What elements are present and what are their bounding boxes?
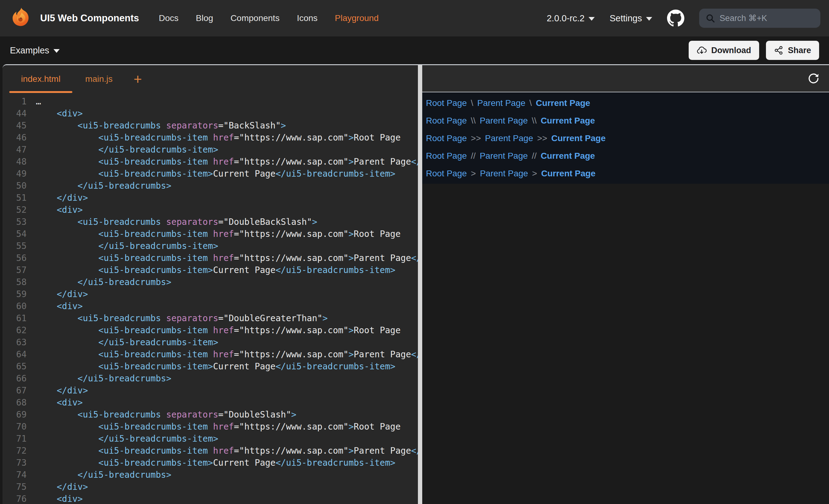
breadcrumb-current: Current Page [551, 133, 606, 143]
code-line-content: <ui5-breadcrumbs separators="DoubleBackS… [27, 216, 317, 228]
code-line: 63 </ui5-breadcrumbs-item> [2, 336, 418, 348]
settings-menu[interactable]: Settings [610, 13, 652, 24]
line-number: 72 [2, 445, 27, 457]
line-number: 66 [2, 373, 27, 385]
code-line-content: <div> [27, 396, 83, 409]
line-number: 47 [2, 144, 27, 156]
code-line: 61 <ui5-breadcrumbs separators="DoubleGr… [2, 312, 418, 324]
code-line: 55 </ui5-breadcrumbs-item> [2, 240, 418, 252]
code-line: 72 <ui5-breadcrumbs-item href="https://w… [2, 445, 418, 457]
code-line: 52 <div> [2, 204, 418, 216]
code-line-content: </ui5-breadcrumbs> [27, 180, 171, 192]
tab-strip: index.htmlmain.js [9, 65, 125, 93]
breadcrumb: Root Page\Parent Page\Current Page [426, 94, 829, 112]
search-box[interactable] [699, 9, 820, 28]
nav-item-components[interactable]: Components [230, 13, 280, 23]
code-line-content: </ui5-breadcrumbs-item> [27, 336, 218, 348]
breadcrumb-link[interactable]: Parent Page [480, 116, 528, 126]
breadcrumb: Root Page>Parent Page>Current Page [426, 165, 829, 182]
search-icon [706, 13, 715, 23]
pane-resizer-handle[interactable] [418, 65, 422, 504]
breadcrumb-link[interactable]: Parent Page [480, 169, 528, 179]
line-number: 69 [2, 409, 27, 421]
chevron-down-icon [588, 17, 595, 21]
breadcrumb-link[interactable]: Root Page [426, 98, 467, 108]
code-line: 58 </ui5-breadcrumbs> [2, 276, 418, 288]
code-line: 65 <ui5-breadcrumbs-item>Current Page</u… [2, 360, 418, 373]
breadcrumb-link[interactable]: Root Page [426, 151, 467, 161]
breadcrumb-separator: \ [530, 98, 532, 108]
tab-index-html[interactable]: index.html [9, 65, 73, 93]
code-line-content: </ui5-breadcrumbs> [27, 469, 171, 481]
nav-item-icons[interactable]: Icons [297, 13, 318, 23]
code-line-content: <ui5-breadcrumbs separators="DoubleSlash… [27, 409, 296, 421]
line-number: 53 [2, 216, 27, 228]
share-button[interactable]: Share [766, 41, 819, 60]
code-line-content: <ui5-breadcrumbs-item href="https://www.… [27, 348, 418, 360]
breadcrumb-link[interactable]: Root Page [426, 169, 467, 179]
code-line: 62 <ui5-breadcrumbs-item href="https://w… [2, 324, 418, 336]
breadcrumb-separator: // [471, 151, 476, 161]
code-line-content: <ui5-breadcrumbs-item href="https://www.… [27, 228, 401, 240]
nav-item-docs[interactable]: Docs [159, 13, 179, 23]
code-line: 49 <ui5-breadcrumbs-item>Current Page</u… [2, 168, 418, 180]
line-number: 52 [2, 204, 27, 216]
version-selector[interactable]: 2.0.0-rc.2 [547, 13, 595, 24]
refresh-button[interactable] [807, 72, 820, 85]
code-line: 54 <ui5-breadcrumbs-item href="https://w… [2, 228, 418, 240]
breadcrumb-current: Current Page [541, 151, 595, 161]
line-number: 1 [2, 95, 27, 108]
version-label: 2.0.0-rc.2 [547, 13, 585, 24]
code-line-content: <div> [27, 300, 83, 312]
code-line-content: </div> [27, 481, 88, 493]
nav-item-blog[interactable]: Blog [196, 13, 213, 23]
line-number: 45 [2, 119, 27, 131]
code-line-content: <ui5-breadcrumbs-item>Current Page</ui5-… [27, 264, 395, 276]
code-line-content: <div> [27, 108, 83, 119]
github-icon[interactable] [667, 9, 684, 27]
line-number: 57 [2, 264, 27, 276]
code-line-content: <div> [27, 493, 83, 504]
breadcrumb-link[interactable]: Parent Page [480, 151, 528, 161]
line-number: 73 [2, 457, 27, 469]
breadcrumb-separator: \ [471, 98, 473, 108]
code-line: 64 <ui5-breadcrumbs-item href="https://w… [2, 348, 418, 360]
code-line-content: </ui5-breadcrumbs-item> [27, 240, 218, 252]
chevron-down-icon [53, 49, 60, 53]
code-line: 69 <ui5-breadcrumbs separators="DoubleSl… [2, 409, 418, 421]
code-line-content: <ui5-breadcrumbs-item href="https://www.… [27, 156, 418, 168]
examples-toolbar: Examples Download Share [0, 36, 829, 64]
code-editor[interactable]: 1…44 <div>45 <ui5-breadcrumbs separators… [2, 93, 418, 504]
preview-frame: Root Page\Parent Page\Current PageRoot P… [422, 92, 829, 184]
nav-item-playground[interactable]: Playground [335, 13, 379, 23]
tab-main-js[interactable]: main.js [73, 65, 125, 93]
add-tab-button[interactable]: + [125, 65, 150, 93]
breadcrumb-link[interactable]: Root Page [426, 116, 467, 126]
examples-label: Examples [10, 45, 49, 55]
code-line: 73 <ui5-breadcrumbs-item>Current Page</u… [2, 457, 418, 469]
line-number: 49 [2, 168, 27, 180]
breadcrumb: Root Page\\Parent Page\\Current Page [426, 112, 829, 129]
breadcrumb-link[interactable]: Parent Page [477, 98, 526, 108]
main-nav: DocsBlogComponentsIconsPlayground [159, 13, 379, 23]
preview-toolbar [422, 65, 829, 92]
code-line-content: </ui5-breadcrumbs> [27, 373, 171, 385]
line-number: 60 [2, 300, 27, 312]
ui5-phoenix-logo-icon[interactable] [10, 7, 33, 30]
code-line: 44 <div> [2, 108, 418, 119]
line-number: 58 [2, 276, 27, 288]
breadcrumb-link[interactable]: Root Page [426, 133, 467, 143]
code-line-content: <ui5-breadcrumbs-item href="https://www.… [27, 324, 401, 336]
code-line: 1… [2, 95, 418, 108]
examples-dropdown[interactable]: Examples [10, 45, 60, 55]
download-button[interactable]: Download [689, 41, 759, 60]
code-line: 50 </ui5-breadcrumbs> [2, 180, 418, 192]
breadcrumb-link[interactable]: Parent Page [485, 133, 533, 143]
line-number: 62 [2, 324, 27, 336]
code-line: 68 <div> [2, 396, 418, 409]
search-input[interactable] [720, 13, 829, 23]
code-line: 67 </div> [2, 385, 418, 396]
breadcrumb-current: Current Page [541, 116, 595, 126]
code-line-content: <ui5-breadcrumbs-item>Current Page</ui5-… [27, 457, 395, 469]
code-line-content: <ui5-breadcrumbs-item href="https://www.… [27, 421, 401, 433]
